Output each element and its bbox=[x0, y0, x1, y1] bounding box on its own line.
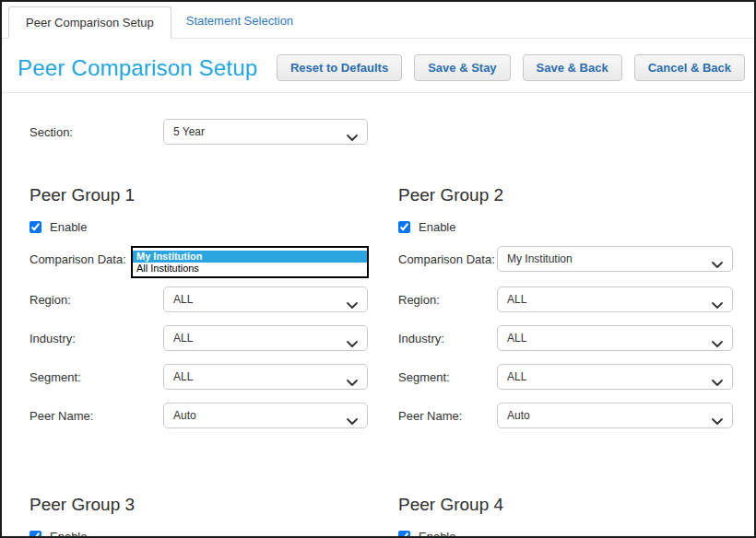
peer-group-1-region-select[interactable]: ALL bbox=[163, 287, 368, 312]
peer-group-1-segment-row: Segment: ALL bbox=[30, 364, 398, 390]
peer-group-2-comparison-data-select[interactable]: My Institution bbox=[497, 246, 733, 272]
section-row: Section: 5 Year bbox=[20, 119, 736, 145]
peer-group-1-enable-label: Enable bbox=[50, 220, 87, 234]
industry-select-value: ALL bbox=[173, 332, 193, 345]
peer-group-2-enable-label: Enable bbox=[419, 220, 455, 234]
page-header: Peer Comparison Setup Reset to Defaults … bbox=[2, 39, 754, 93]
action-button-row: Reset to Defaults Save & Stay Save & Bac… bbox=[277, 54, 745, 81]
peer-group-2-industry-select[interactable]: ALL bbox=[497, 325, 733, 351]
peer-groups-row-1: Peer Group 1 Enable Comparison Data: My … bbox=[20, 185, 736, 441]
segment-label: Segment: bbox=[398, 370, 497, 384]
peer-group-3-enable-row: Enable bbox=[30, 529, 398, 538]
chevron-down-icon bbox=[712, 374, 723, 391]
peer-name-select-value: Auto bbox=[173, 409, 196, 422]
peer-group-2-segment-select[interactable]: ALL bbox=[497, 364, 733, 390]
segment-label: Segment: bbox=[30, 370, 163, 384]
comparison-data-select-value: My Institution bbox=[507, 252, 573, 265]
peer-group-4: Peer Group 4 Enable bbox=[398, 495, 736, 538]
peer-group-2-comparison-data-row: Comparison Data: My Institution bbox=[398, 246, 736, 272]
save-and-stay-button[interactable]: Save & Stay bbox=[414, 54, 510, 81]
tab-peer-comparison-setup[interactable]: Peer Comparison Setup bbox=[8, 6, 171, 39]
segment-select-value: ALL bbox=[173, 370, 193, 383]
region-select-value: ALL bbox=[173, 293, 193, 306]
peer-group-1-title: Peer Group 1 bbox=[30, 185, 398, 205]
peer-group-1-region-row: Region: ALL bbox=[30, 287, 398, 312]
industry-select-value: ALL bbox=[507, 332, 526, 345]
peer-group-1-comparison-data-row: Comparison Data: My Institution All Inst… bbox=[30, 246, 398, 281]
peer-group-3-enable-checkbox[interactable] bbox=[30, 531, 41, 538]
tab-bar: Peer Comparison Setup Statement Selectio… bbox=[2, 2, 754, 39]
peer-group-1-peer-name-select[interactable]: Auto bbox=[163, 403, 368, 428]
peer-group-2-enable-checkbox[interactable] bbox=[398, 221, 410, 233]
peer-group-2: Peer Group 2 Enable Comparison Data: My … bbox=[398, 185, 736, 441]
chevron-down-icon bbox=[347, 297, 358, 313]
peer-group-2-peer-name-select[interactable]: Auto bbox=[497, 403, 733, 428]
section-select-value: 5 Year bbox=[173, 125, 205, 138]
app-window: Peer Comparison Setup Statement Selectio… bbox=[0, 0, 756, 538]
peer-group-2-enable-row: Enable bbox=[398, 219, 736, 234]
segment-select-value: ALL bbox=[507, 370, 526, 383]
peer-group-4-enable-label: Enable bbox=[419, 530, 455, 538]
peer-group-2-peer-name-row: Peer Name: Auto bbox=[398, 403, 736, 428]
tab-statement-selection[interactable]: Statement Selection bbox=[171, 6, 308, 38]
industry-label: Industry: bbox=[398, 332, 497, 345]
region-label: Region: bbox=[398, 293, 497, 307]
chevron-down-icon bbox=[347, 374, 358, 391]
chevron-down-icon bbox=[347, 335, 358, 352]
peer-groups-row-2: Peer Group 3 Enable Peer Group 4 Enable bbox=[20, 495, 736, 538]
peer-group-4-enable-row: Enable bbox=[398, 529, 736, 538]
industry-label: Industry: bbox=[30, 332, 163, 345]
chevron-down-icon bbox=[347, 129, 358, 146]
chevron-down-icon bbox=[712, 335, 723, 352]
region-label: Region: bbox=[30, 293, 163, 307]
cancel-and-back-button[interactable]: Cancel & Back bbox=[634, 54, 745, 81]
peer-name-select-value: Auto bbox=[507, 409, 530, 422]
chevron-down-icon bbox=[347, 413, 358, 429]
peer-name-label: Peer Name: bbox=[30, 409, 163, 423]
chevron-down-icon bbox=[712, 297, 723, 313]
region-select-value: ALL bbox=[507, 293, 526, 306]
peer-group-4-title: Peer Group 4 bbox=[398, 495, 736, 515]
section-select[interactable]: 5 Year bbox=[163, 119, 368, 145]
peer-group-1: Peer Group 1 Enable Comparison Data: My … bbox=[20, 185, 398, 441]
peer-name-label: Peer Name: bbox=[398, 409, 497, 423]
comparison-data-label: Comparison Data: bbox=[30, 246, 131, 266]
peer-group-1-comparison-data-listbox[interactable]: My Institution All Institutions bbox=[131, 246, 369, 278]
chevron-down-icon bbox=[712, 413, 723, 429]
peer-group-1-industry-select[interactable]: ALL bbox=[163, 325, 368, 351]
page-title: Peer Comparison Setup bbox=[18, 55, 257, 81]
peer-group-1-enable-checkbox[interactable] bbox=[30, 221, 41, 233]
peer-group-2-industry-row: Industry: ALL bbox=[398, 325, 736, 351]
peer-group-2-region-select[interactable]: ALL bbox=[497, 287, 733, 312]
chevron-down-icon bbox=[712, 256, 723, 273]
peer-group-2-region-row: Region: ALL bbox=[398, 287, 736, 312]
save-and-back-button[interactable]: Save & Back bbox=[523, 54, 622, 81]
peer-group-2-title: Peer Group 2 bbox=[398, 185, 736, 205]
peer-group-1-industry-row: Industry: ALL bbox=[30, 325, 398, 351]
peer-group-3-title: Peer Group 3 bbox=[30, 495, 398, 515]
listbox-option-my-institution[interactable]: My Institution bbox=[133, 251, 367, 263]
comparison-data-label: Comparison Data: bbox=[398, 252, 497, 266]
listbox-option-all-institutions[interactable]: All Institutions bbox=[133, 263, 367, 275]
peer-group-1-enable-row: Enable bbox=[30, 219, 398, 234]
peer-group-2-segment-row: Segment: ALL bbox=[398, 364, 736, 390]
peer-group-3: Peer Group 3 Enable bbox=[20, 495, 398, 538]
page-content: Section: 5 Year Peer Group 1 Enable Comp… bbox=[2, 119, 754, 538]
peer-group-1-segment-select[interactable]: ALL bbox=[163, 364, 368, 390]
peer-group-1-peer-name-row: Peer Name: Auto bbox=[30, 403, 398, 428]
peer-group-3-enable-label: Enable bbox=[50, 530, 87, 538]
section-label: Section: bbox=[30, 125, 163, 139]
reset-to-defaults-button[interactable]: Reset to Defaults bbox=[277, 54, 402, 81]
peer-group-4-enable-checkbox[interactable] bbox=[398, 531, 410, 538]
